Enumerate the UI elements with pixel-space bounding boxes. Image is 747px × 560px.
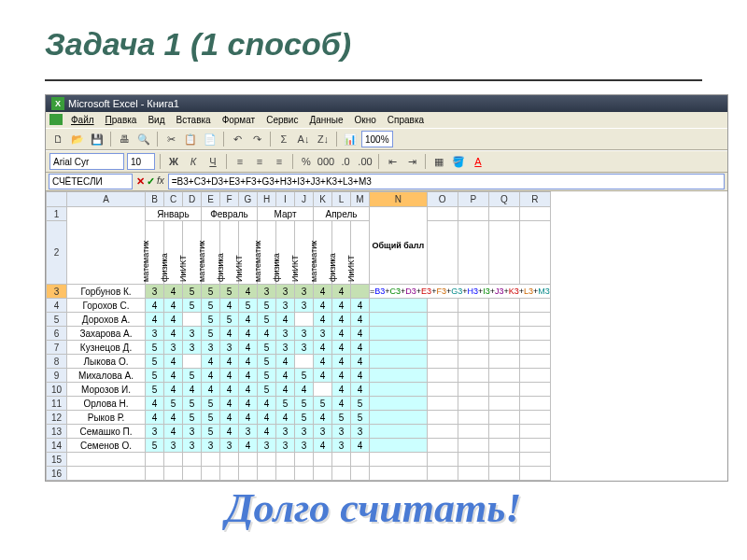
grade-cell[interactable]: 4 — [332, 285, 351, 299]
grade-cell[interactable]: 4 — [351, 341, 370, 355]
student-name[interactable]: Семенов О. — [67, 439, 146, 453]
menu-format[interactable]: Формат — [218, 114, 261, 126]
grade-cell[interactable]: 5 — [202, 299, 220, 313]
grade-cell[interactable]: 4 — [351, 313, 370, 327]
grade-cell[interactable]: 5 — [202, 397, 220, 411]
total-cell[interactable] — [370, 355, 428, 369]
grade-cell[interactable]: 5 — [258, 383, 276, 397]
grade-cell[interactable]: 3 — [239, 425, 258, 439]
size-combo[interactable]: 10 — [127, 153, 155, 170]
row-header-15[interactable]: 15 — [47, 453, 67, 467]
grade-cell[interactable]: 3 — [258, 285, 276, 299]
total-cell[interactable] — [370, 411, 428, 425]
grade-cell[interactable]: 3 — [276, 285, 295, 299]
menu-edit[interactable]: Правка — [101, 114, 142, 126]
grade-cell[interactable]: 3 — [295, 425, 314, 439]
grade-cell[interactable]: 4 — [332, 369, 351, 383]
grade-cell[interactable]: 4 — [314, 341, 332, 355]
grade-cell[interactable]: 5 — [295, 411, 314, 425]
column-header-F[interactable]: F — [220, 192, 239, 207]
formula-enter-icon[interactable]: ✓ — [147, 175, 155, 188]
grade-cell[interactable]: 4 — [183, 383, 202, 397]
grade-cell[interactable]: 4 — [164, 383, 183, 397]
grade-cell[interactable]: 4 — [239, 369, 258, 383]
sort-desc-icon[interactable]: Z↓ — [315, 131, 331, 147]
grade-cell[interactable]: 4 — [239, 397, 258, 411]
grade-cell[interactable]: 5 — [202, 313, 220, 327]
grade-cell[interactable]: 3 — [183, 439, 202, 453]
row-header-3[interactable]: 3 — [47, 285, 67, 299]
student-name[interactable]: Захарова А. — [67, 327, 146, 341]
grade-cell[interactable]: 5 — [183, 397, 202, 411]
grade-cell[interactable]: 3 — [295, 439, 314, 453]
menu-file[interactable]: Файл — [66, 114, 99, 126]
grade-cell[interactable]: 4 — [220, 425, 239, 439]
column-header-M[interactable]: M — [351, 192, 370, 207]
grade-cell[interactable]: 4 — [239, 327, 258, 341]
total-cell[interactable] — [370, 383, 428, 397]
preview-icon[interactable]: 🔍 — [135, 131, 152, 147]
grade-cell[interactable]: 4 — [146, 313, 164, 327]
grade-cell[interactable]: 3 — [183, 425, 202, 439]
grade-cell[interactable] — [183, 313, 202, 327]
grade-cell[interactable]: 5 — [183, 369, 202, 383]
grade-cell[interactable]: 3 — [332, 425, 351, 439]
grade-cell[interactable]: 4 — [332, 383, 351, 397]
grade-cell[interactable]: 4 — [164, 425, 183, 439]
grade-cell[interactable]: 5 — [351, 397, 370, 411]
row-header-4[interactable]: 4 — [47, 299, 67, 313]
formula-input[interactable]: =B3+C3+D3+E3+F3+G3+H3+I3+J3+K3+L3+M3 — [168, 174, 725, 189]
total-cell[interactable] — [370, 369, 428, 383]
indent-dec-icon[interactable]: ⇤ — [384, 153, 401, 170]
column-header-L[interactable]: L — [332, 192, 351, 207]
grade-cell[interactable]: 3 — [202, 341, 220, 355]
grade-cell[interactable]: 4 — [239, 285, 258, 299]
grade-cell[interactable]: 4 — [164, 411, 183, 425]
grade-cell[interactable]: 5 — [220, 313, 239, 327]
grade-cell[interactable]: 4 — [220, 299, 239, 313]
student-name[interactable]: Михалова А. — [67, 369, 146, 383]
student-name[interactable]: Горбунов К. — [67, 285, 146, 299]
grade-cell[interactable]: 4 — [258, 411, 276, 425]
grade-cell[interactable]: 3 — [183, 327, 202, 341]
grade-cell[interactable]: 4 — [332, 397, 351, 411]
student-name[interactable]: Кузнецов Д. — [67, 341, 146, 355]
grade-cell[interactable]: 4 — [314, 439, 332, 453]
grade-cell[interactable]: 4 — [332, 355, 351, 369]
student-name[interactable]: Рыков Р. — [67, 411, 146, 425]
column-header-P[interactable]: P — [458, 192, 488, 207]
select-all-corner[interactable] — [47, 192, 67, 207]
student-name[interactable]: Горохов С. — [67, 299, 146, 313]
grade-cell[interactable]: 5 — [239, 299, 258, 313]
grade-cell[interactable]: 3 — [295, 299, 314, 313]
column-header-O[interactable]: O — [427, 192, 458, 207]
total-cell[interactable] — [370, 397, 428, 411]
row-header-6[interactable]: 6 — [47, 327, 67, 341]
row-header-5[interactable]: 5 — [47, 313, 67, 327]
grade-cell[interactable]: 5 — [351, 411, 370, 425]
row-header-10[interactable]: 10 — [47, 383, 67, 397]
grade-cell[interactable]: 5 — [258, 369, 276, 383]
grade-cell[interactable]: 3 — [164, 341, 183, 355]
grade-cell[interactable]: 5 — [183, 285, 202, 299]
month-2[interactable]: Март — [258, 207, 314, 221]
inc-decimal-icon[interactable]: .0 — [337, 153, 354, 170]
grade-cell[interactable]: 3 — [220, 439, 239, 453]
underline-icon[interactable]: Ч — [204, 153, 221, 170]
column-header-D[interactable]: D — [183, 192, 202, 207]
grade-cell[interactable]: 4 — [314, 355, 332, 369]
spreadsheet-grid[interactable]: ABCDEFGHIJKLMNOPQR1ЯнварьФевральМартАпре… — [46, 191, 551, 481]
undo-icon[interactable]: ↶ — [229, 131, 246, 147]
grade-cell[interactable]: 3 — [295, 327, 314, 341]
grade-cell[interactable]: 5 — [202, 411, 220, 425]
bold-icon[interactable]: Ж — [165, 153, 182, 170]
grade-cell[interactable]: 4 — [314, 285, 332, 299]
grade-cell[interactable]: 5 — [220, 285, 239, 299]
row-header-13[interactable]: 13 — [47, 425, 67, 439]
grade-cell[interactable]: 4 — [239, 411, 258, 425]
row-header-1[interactable]: 1 — [47, 207, 67, 221]
grade-cell[interactable]: 5 — [146, 439, 164, 453]
column-header-B[interactable]: B — [146, 192, 164, 207]
grade-cell[interactable]: 3 — [258, 439, 276, 453]
menu-data[interactable]: Данные — [304, 114, 347, 126]
